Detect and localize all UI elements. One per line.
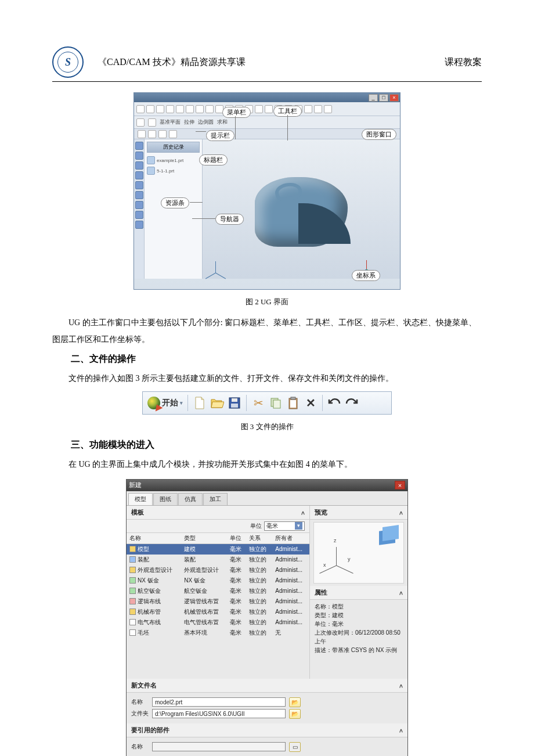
table-row[interactable]: 外观造型设计外观造型设计毫米独立的Administ... <box>127 565 309 575</box>
ug-interface-mock: _ □ × 基准平面拉伸边倒圆求和 历史记录 example1.prt 5-1-… <box>134 92 400 290</box>
chevron-up-icon[interactable]: ʌ <box>399 727 403 733</box>
window-titlebar: _ □ × <box>134 93 400 102</box>
resource-icon[interactable] <box>135 211 143 219</box>
svg-rect-7 <box>290 400 296 408</box>
toolbar-icon[interactable] <box>136 105 145 113</box>
maximize-icon[interactable]: □ <box>379 94 388 102</box>
table-row[interactable]: 毛坯基本环境毫米独立的无 <box>127 628 309 638</box>
wcs-icon <box>359 255 374 271</box>
toolbar-icon[interactable] <box>136 118 145 127</box>
svg-rect-6 <box>291 397 295 399</box>
templates-table: 名称类型单位关系所有者 模型建模毫米独立的Administ...装配装配毫米独立… <box>127 533 309 638</box>
toolbar-icon[interactable] <box>148 130 156 138</box>
toolbar-icon[interactable] <box>169 130 177 138</box>
svg-rect-4 <box>273 400 280 408</box>
callout-menubar: 菜单栏 <box>222 107 251 118</box>
resource-icon[interactable] <box>135 171 143 179</box>
browse-folder-icon[interactable]: 📂 <box>289 697 301 707</box>
redo-icon[interactable] <box>345 396 359 410</box>
new-dialog: 新建 × 模型 图纸 仿真 加工 模板ʌ 单位 毫米▾ 名称类型单位关系所有者 … <box>126 479 408 756</box>
tab-simulation[interactable]: 仿真 <box>178 493 203 505</box>
minimize-icon[interactable]: _ <box>369 94 378 102</box>
table-row[interactable]: 模型建模毫米独立的Administ... <box>127 543 309 555</box>
toolbar-icon[interactable] <box>158 130 167 138</box>
callout-titlebar: 标题栏 <box>199 154 228 165</box>
header-right: 课程教案 <box>445 56 482 69</box>
part-icon <box>147 167 155 175</box>
table-row[interactable]: 电气布线电气管线布置毫米独立的Administ... <box>127 617 309 628</box>
scissors-icon[interactable]: ✂ <box>251 396 265 410</box>
resource-icon[interactable] <box>135 221 143 229</box>
heading-file-ops: 二、文件的操作 <box>52 353 482 365</box>
browse-folder-icon[interactable]: 📂 <box>289 709 301 719</box>
toolbar-icon[interactable] <box>205 105 214 113</box>
folder-input[interactable]: d:\Program Files\UGS\NX 6.0\UGII <box>152 709 286 718</box>
section-templates: 模板ʌ <box>127 506 309 520</box>
table-row[interactable]: 机械布管机械管线布置毫米独立的Administ... <box>127 607 309 617</box>
file-toolbar: 开始▾ ✂ ✕ <box>142 391 392 415</box>
part-icon <box>147 156 155 164</box>
undo-icon[interactable] <box>327 396 341 410</box>
toolbar-icon[interactable] <box>148 118 156 127</box>
toolbar-icon[interactable] <box>314 105 322 113</box>
navigator-panel: 历史记录 example1.prt 5-1-1.prt <box>145 139 203 279</box>
toolbar-icon[interactable] <box>138 130 146 138</box>
clipboard-icon[interactable] <box>286 396 300 410</box>
new-file-icon[interactable] <box>193 396 207 410</box>
chevron-up-icon[interactable]: ʌ <box>301 509 305 516</box>
toolbar-icon[interactable] <box>304 105 312 113</box>
close-icon[interactable]: × <box>395 481 405 489</box>
toolbar-icon[interactable] <box>265 105 273 113</box>
resource-icon[interactable] <box>135 201 143 209</box>
resource-icon[interactable] <box>135 161 143 170</box>
table-row[interactable]: NX 钣金NX 钣金毫米独立的Administ... <box>127 575 309 586</box>
history-item[interactable]: example1.prt <box>147 155 200 165</box>
toolbar-row-2: 基准平面拉伸边倒圆求和 <box>134 116 400 129</box>
chevron-up-icon[interactable]: ʌ <box>399 509 403 516</box>
graphics-window[interactable]: 菜单栏 工具栏 提示栏 标题栏 图形窗口 资源条 导航器 坐标系 <box>203 139 400 279</box>
callout-graphwin: 图形窗口 <box>362 129 396 140</box>
copy-icon[interactable] <box>269 396 283 410</box>
units-select[interactable]: 毫米▾ <box>264 521 305 531</box>
resource-bar <box>134 139 145 279</box>
start-button[interactable]: 开始▾ <box>147 397 183 409</box>
table-row[interactable]: 装配装配毫米独立的Administ... <box>127 555 309 565</box>
table-row[interactable]: 航空钣金航空钣金毫米独立的Administ... <box>127 586 309 596</box>
ref-name-input[interactable] <box>152 742 286 751</box>
save-disk-icon[interactable] <box>228 396 241 410</box>
globe-icon <box>147 397 160 409</box>
units-row: 单位 毫米▾ <box>127 520 309 533</box>
resource-icon[interactable] <box>135 191 143 199</box>
resource-icon[interactable] <box>135 142 143 150</box>
chevron-up-icon[interactable]: ʌ <box>399 589 403 596</box>
institution-logo: S <box>52 46 84 78</box>
toolbar-icon[interactable] <box>176 105 184 113</box>
toolbar-icon[interactable] <box>255 105 263 113</box>
section-newfile: 新文件名ʌ <box>127 679 407 693</box>
paragraph: 文件的操作入如图 3 所示主要包括建立新的文件、打开文件、保存文件和关闭文件的操… <box>52 370 482 387</box>
history-item[interactable]: 5-1-1.prt <box>147 165 200 176</box>
preview-area: z y x <box>313 522 404 584</box>
delete-x-icon[interactable]: ✕ <box>304 396 317 410</box>
open-folder-icon[interactable] <box>210 396 224 410</box>
section-properties: 属性ʌ <box>310 586 407 600</box>
dialog-titlebar: 新建 × <box>127 480 407 491</box>
close-icon[interactable]: × <box>389 94 399 102</box>
toolbar-icon[interactable] <box>324 105 332 113</box>
tab-drawing[interactable]: 图纸 <box>153 493 178 505</box>
browse-icon[interactable]: ▭ <box>289 742 301 752</box>
callout-promptbar: 提示栏 <box>206 130 234 141</box>
resource-icon[interactable] <box>135 152 143 160</box>
resource-icon[interactable] <box>135 181 143 189</box>
toolbar-icon[interactable] <box>146 105 154 113</box>
tab-model[interactable]: 模型 <box>128 493 153 505</box>
toolbar-icon[interactable] <box>196 105 204 113</box>
chevron-up-icon[interactable]: ʌ <box>399 682 403 689</box>
callout-resource: 资源条 <box>161 197 189 208</box>
toolbar-icon[interactable] <box>156 105 164 113</box>
toolbar-icon[interactable] <box>166 105 174 113</box>
tab-machining[interactable]: 加工 <box>203 493 228 505</box>
table-row[interactable]: 逻辑布线逻辑管线布置毫米独立的Administ... <box>127 596 309 607</box>
toolbar-icon[interactable] <box>186 105 194 113</box>
filename-input[interactable]: model2.prt <box>152 697 286 707</box>
